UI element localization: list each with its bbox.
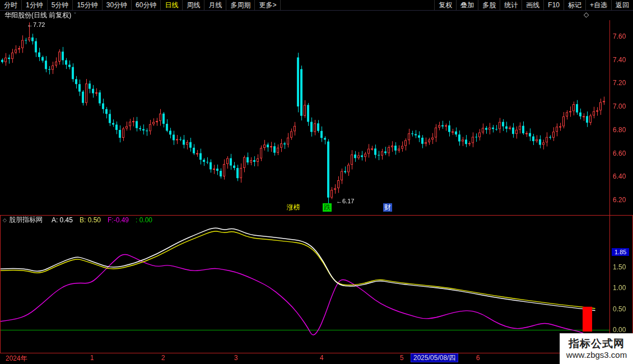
date-cursor-label: 2025/05/08/四	[411, 353, 458, 362]
menu-item-2[interactable]: 5分钟	[48, 0, 73, 10]
menu-item-0[interactable]: 分时	[0, 0, 22, 10]
indicator-name[interactable]: 股朋指标网	[9, 215, 43, 225]
price-tick: 7.40	[613, 56, 626, 64]
main-axis-divider	[609, 20, 610, 215]
menu-action-4[interactable]: 画线	[522, 0, 543, 10]
menu-action-7[interactable]: +自选	[585, 0, 611, 10]
date-tick: 1	[90, 354, 94, 362]
indicator-tick: 0.00	[613, 326, 626, 334]
menu-item-5[interactable]: 60分钟	[132, 0, 161, 10]
menu-item-7[interactable]: 周线	[183, 0, 204, 10]
price-annotation: ←7.72	[27, 21, 45, 28]
event-tag[interactable]: 涨榜	[286, 203, 301, 212]
indicator-value-axis: 1.851.501.000.500.00	[612, 0, 633, 364]
diamond-icon: ◇	[3, 217, 7, 223]
diamond-icon[interactable]: ◇	[584, 11, 589, 18]
price-annotation: ←6.17	[336, 198, 354, 204]
menubar: 分时1分钟5分钟15分钟30分钟60分钟日线周线月线多周期更多> 复权叠加多股统…	[0, 0, 633, 11]
indicator-tick: 0.50	[613, 305, 626, 313]
menu-action-6[interactable]: 标记	[564, 0, 585, 10]
menu-item-10[interactable]: 更多>	[255, 0, 281, 10]
date-tick: 6	[476, 354, 480, 362]
indicator-value: F:-0.49	[108, 216, 129, 224]
menubar-left: 分时1分钟5分钟15分钟30分钟60分钟日线周线月线多周期更多>	[0, 0, 281, 10]
menu-action-8[interactable]: 返回	[611, 0, 633, 10]
price-tick: 6.20	[613, 196, 626, 204]
menu-item-8[interactable]: 月线	[204, 0, 226, 10]
menu-item-9[interactable]: 多周期	[226, 0, 255, 10]
indicator-value: B: 0.50	[80, 216, 101, 224]
menu-action-0[interactable]: 复权	[434, 0, 456, 10]
chevron-down-icon[interactable]: ˇ	[74, 12, 76, 18]
indicator-value: A: 0.45	[52, 216, 73, 224]
titlebar: 华阳股份(日线 前复权) ˇ ◇	[0, 10, 633, 20]
date-axis: 2024年123452025/05/08/四6	[0, 353, 633, 363]
indicator-tick: 1.50	[613, 263, 626, 271]
menu-item-3[interactable]: 15分钟	[73, 0, 102, 10]
stock-title: 华阳股份(日线 前复权)	[4, 11, 71, 20]
indicator-value: : 0.00	[136, 216, 152, 224]
indicator-axis-divider	[609, 216, 610, 352]
menu-action-1[interactable]: 叠加	[456, 0, 478, 10]
indicator-tick: 1.00	[613, 284, 626, 292]
menu-action-5[interactable]: F10	[543, 0, 564, 10]
event-tag[interactable]: 跌	[323, 203, 332, 212]
price-tick: 6.60	[613, 150, 626, 157]
date-tick: 2	[161, 354, 165, 362]
date-tick: 2024年	[6, 354, 27, 363]
indicator-header: ◇ 股朋指标网 A: 0.45B: 0.50F:-0.49: 0.00	[0, 216, 159, 223]
date-tick: 3	[234, 354, 238, 362]
candlestick-chart[interactable]	[0, 20, 609, 215]
menu-action-3[interactable]: 统计	[500, 0, 522, 10]
price-tick: 7.20	[613, 79, 626, 87]
price-tick: 7.00	[613, 102, 626, 110]
price-tick: 7.60	[613, 32, 626, 40]
menu-item-4[interactable]: 30分钟	[103, 0, 132, 10]
menu-action-2[interactable]: 多股	[478, 0, 500, 10]
date-tick: 4	[320, 354, 324, 362]
event-tag[interactable]: 财	[383, 203, 392, 212]
price-tick: 6.80	[613, 126, 626, 134]
menu-item-1[interactable]: 1分钟	[22, 0, 48, 10]
indicator-values: A: 0.45B: 0.50F:-0.49: 0.00	[52, 216, 159, 224]
menu-item-6[interactable]: 日线	[161, 0, 183, 10]
watermark: 指标公式网 www.zbgs3.com	[560, 333, 633, 364]
indicator-chart[interactable]	[0, 223, 609, 352]
indicator-max-badge: 1.85	[612, 248, 629, 256]
watermark-title: 指标公式网	[569, 338, 625, 350]
menubar-right: 复权叠加多股统计画线F10标记+自选返回	[434, 0, 633, 10]
date-tick: 5	[400, 354, 404, 362]
watermark-url: www.zbgs3.com	[566, 350, 627, 360]
price-tick: 6.40	[613, 172, 626, 180]
main-price-axis: 7.607.407.207.006.806.606.406.20	[612, 0, 633, 364]
